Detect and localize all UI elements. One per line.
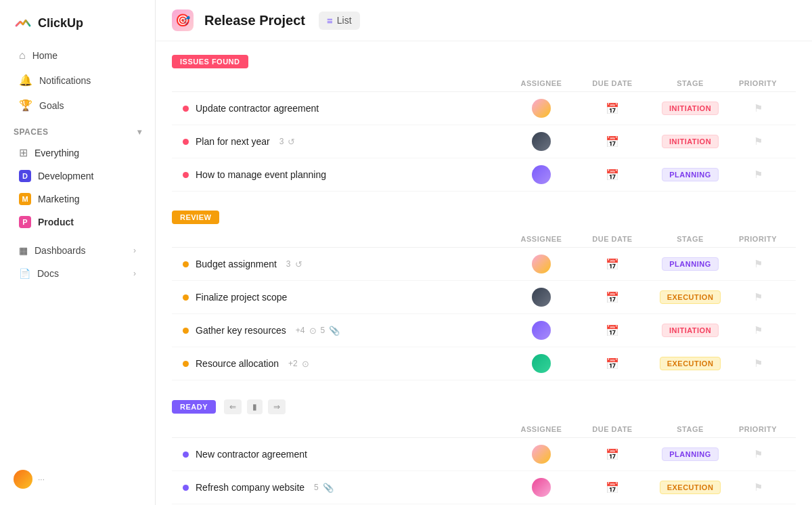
- sidebar-item-label-home: Home: [32, 50, 58, 61]
- calendar-icon: 📅: [606, 102, 619, 115]
- assignee-cell: [508, 165, 575, 184]
- section-badge-ready[interactable]: READY: [172, 400, 216, 414]
- due-date-cell: 📅: [575, 169, 650, 181]
- task-name-cell: Resource allocation +2 ⊙: [183, 358, 508, 369]
- task-status-dot: [183, 106, 189, 112]
- toolbar-btn-1[interactable]: ⇐: [224, 399, 242, 414]
- task-name-cell: Update contractor agreement: [183, 103, 508, 114]
- task-status-dot: [183, 452, 189, 458]
- table-row[interactable]: Budget assignment 3 ↺ 📅 PLANNING ⚑: [172, 248, 796, 281]
- app-logo[interactable]: ClickUp: [0, 8, 155, 43]
- toolbar-btn-3[interactable]: ⇒: [268, 399, 286, 414]
- meta-count: 3: [286, 259, 291, 269]
- calendar-icon: 📅: [606, 169, 619, 181]
- sidebar-item-goals[interactable]: 🏆 Goals: [5, 93, 150, 118]
- content-area: ISSUES FOUND ASSIGNEE DUE DATE STAGE PRI…: [156, 41, 812, 505]
- avatar: [532, 255, 551, 273]
- flag-icon: ⚑: [754, 324, 763, 336]
- priority-cell: ⚑: [731, 169, 785, 181]
- sidebar-item-home[interactable]: ⌂ Home: [5, 43, 150, 68]
- subtask-icon: ↺: [295, 259, 302, 269]
- table-row[interactable]: Plan for next year 3 ↺ 📅 INITIATION ⚑: [172, 125, 796, 158]
- table-row[interactable]: Update contractor agreement 📅 INITIATION…: [172, 92, 796, 125]
- task-status-dot: [183, 294, 189, 301]
- space-label-marketing: Marketing: [38, 194, 79, 204]
- stage-cell: EXECUTION: [650, 357, 731, 370]
- sidebar-user[interactable]: ···: [0, 462, 155, 497]
- task-name-cell: Budget assignment 3 ↺: [183, 259, 508, 269]
- table-row[interactable]: Resource allocation +2 ⊙ 📅 EXECUTION ⚑: [172, 347, 796, 380]
- avatar: [532, 132, 551, 151]
- list-view-tab[interactable]: ≡ List: [319, 12, 360, 30]
- flag-icon: ⚑: [754, 169, 763, 181]
- section-badge-issues[interactable]: ISSUES FOUND: [172, 55, 248, 68]
- table-row[interactable]: Finalize project scope 📅 EXECUTION ⚑: [172, 281, 796, 314]
- section-ready: READY ⇐ ▮ ⇒ ASSIGNEE DUE DATE STAGE PRIO…: [172, 399, 796, 505]
- col-priority-ready: PRIORITY: [731, 425, 785, 433]
- avatar: [532, 165, 551, 184]
- col-headers-review: ASSIGNEE DUE DATE STAGE PRIORITY: [172, 229, 796, 248]
- stage-cell: INITIATION: [650, 135, 731, 148]
- col-headers-issues: ASSIGNEE DUE DATE STAGE PRIORITY: [172, 74, 796, 92]
- sidebar-item-marketing[interactable]: M Marketing: [5, 188, 150, 211]
- task-name: Plan for next year: [196, 136, 270, 147]
- flag-icon: ⚑: [754, 102, 763, 114]
- sidebar: ClickUp ⌂ Home 🔔 Notifications 🏆 Goals S…: [0, 0, 156, 505]
- list-view-label: List: [337, 15, 352, 26]
- space-icon-marketing: M: [19, 193, 31, 205]
- spaces-label: Spaces: [14, 127, 48, 137]
- section-issues-found: ISSUES FOUND ASSIGNEE DUE DATE STAGE PRI…: [172, 55, 796, 192]
- task-name-cell: Gather key resources +4 ⊙ 5 📎: [183, 325, 508, 336]
- avatar: [532, 99, 551, 118]
- task-name: Refresh company website: [196, 482, 304, 493]
- col-task-name-ready: [183, 425, 508, 433]
- sidebar-item-dashboards[interactable]: ▦ Dashboards ›: [5, 239, 150, 262]
- calendar-icon: 📅: [606, 258, 619, 271]
- task-meta: 3 ↺: [286, 259, 302, 269]
- stage-cell: EXECUTION: [650, 290, 731, 304]
- assignee-cell: [508, 354, 575, 373]
- task-name-cell: Plan for next year 3 ↺: [183, 136, 508, 147]
- due-date-cell: 📅: [575, 291, 650, 304]
- calendar-icon: 📅: [606, 357, 619, 370]
- task-meta: +2 ⊙: [288, 359, 309, 369]
- task-status-dot: [183, 172, 189, 178]
- sidebar-item-notifications[interactable]: 🔔 Notifications: [5, 68, 150, 93]
- task-name-cell: Refresh company website 5 📎: [183, 482, 508, 493]
- sidebar-bottom: ▦ Dashboards › 📄 Docs ›: [0, 239, 155, 285]
- sidebar-item-development[interactable]: D Development: [5, 164, 150, 188]
- sidebar-item-label-notifications: Notifications: [39, 75, 91, 86]
- paperclip-icon-9: 📎: [323, 483, 334, 493]
- sidebar-item-everything[interactable]: ⊞ Everything: [5, 141, 150, 164]
- topbar: 🎯 Release Project ≡ List: [156, 0, 812, 41]
- avatar: [532, 478, 551, 497]
- paperclip-icon: 📎: [329, 326, 340, 336]
- section-badge-review[interactable]: REVIEW: [172, 211, 219, 224]
- col-task-name: [183, 79, 508, 87]
- table-row[interactable]: Refresh company website 5 📎 📅 EXECUTION: [172, 471, 796, 504]
- avatar: [532, 288, 551, 307]
- chevron-down-icon[interactable]: ▾: [137, 127, 142, 137]
- task-name: Resource allocation: [196, 358, 279, 369]
- spaces-list: ⊞ Everything D Development M Marketing P…: [0, 141, 155, 234]
- bell-icon: 🔔: [19, 74, 32, 87]
- sidebar-item-docs[interactable]: 📄 Docs ›: [5, 262, 150, 285]
- table-row[interactable]: How to manage event planning 📅 PLANNING …: [172, 158, 796, 192]
- space-label-development: Development: [38, 171, 94, 181]
- task-name: New contractor agreement: [196, 449, 307, 460]
- task-name: Finalize project scope: [196, 292, 287, 303]
- col-duedate-r: DUE DATE: [575, 235, 650, 243]
- sidebar-label-dashboards: Dashboards: [35, 245, 86, 256]
- table-row[interactable]: New contractor agreement 📅 PLANNING ⚑: [172, 438, 796, 471]
- meta-file-count-9: 5: [314, 483, 319, 492]
- task-status-dot: [183, 485, 189, 491]
- col-assignee-ready: ASSIGNEE: [508, 425, 575, 433]
- table-row[interactable]: Gather key resources +4 ⊙ 5 📎 📅 INITIATI…: [172, 314, 796, 347]
- priority-cell: ⚑: [731, 258, 785, 270]
- stage-cell: EXECUTION: [650, 481, 731, 494]
- due-date-cell: 📅: [575, 448, 650, 461]
- toolbar-btn-2[interactable]: ▮: [247, 399, 263, 414]
- sidebar-item-product[interactable]: P Product: [5, 211, 150, 234]
- priority-cell: ⚑: [731, 448, 785, 460]
- col-priority-label-issues: PRIORITY: [731, 79, 785, 87]
